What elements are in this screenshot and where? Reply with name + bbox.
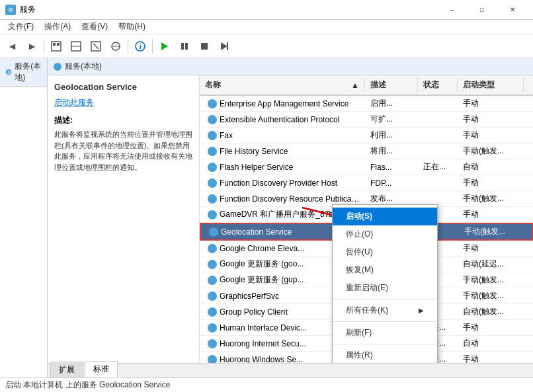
- svg-rect-1: [53, 43, 56, 46]
- td-desc: 利用...: [365, 128, 418, 143]
- info-button[interactable]: i: [131, 37, 149, 56]
- tab-expand[interactable]: 扩展: [50, 362, 83, 377]
- context-menu-item[interactable]: 暂停(U): [333, 243, 437, 261]
- th-desc[interactable]: 描述: [365, 77, 418, 93]
- stop-button[interactable]: [195, 37, 214, 56]
- td-status: [418, 149, 458, 153]
- tab-standard[interactable]: 标准: [85, 361, 118, 377]
- svg-point-19: [54, 63, 62, 71]
- menu-file[interactable]: 文件(F): [3, 20, 39, 34]
- toolbar-btn-3[interactable]: [87, 37, 105, 56]
- left-panel: ⚙ 服务(本地): [0, 58, 48, 377]
- app-icon: ⚙: [5, 5, 16, 15]
- th-name[interactable]: 名称 ▲: [200, 77, 365, 93]
- start-service-link[interactable]: 启动此服务: [54, 97, 192, 108]
- titlebar-left: ⚙ 服务: [5, 4, 36, 15]
- toolbar-btn-4[interactable]: [106, 37, 125, 56]
- service-icon: [208, 276, 217, 285]
- td-status: [418, 118, 458, 122]
- td-status: [418, 181, 458, 185]
- toolbar-sep-1: [44, 39, 44, 54]
- svg-rect-13: [185, 43, 188, 50]
- td-startup: 手动(触发...: [458, 272, 524, 288]
- table-row[interactable]: Function Discovery Provider HostFDP...手动: [200, 175, 533, 191]
- service-icon: [208, 323, 217, 333]
- th-startup[interactable]: 启动类型: [458, 77, 524, 93]
- desc-label: 描述:: [54, 115, 192, 126]
- table-row[interactable]: Enterprise App Management Service启用...手动: [200, 96, 533, 112]
- titlebar-controls: – □ ✕: [436, 0, 528, 20]
- context-menu-item[interactable]: 属性(R): [333, 346, 437, 363]
- td-desc: 可扩...: [365, 112, 418, 127]
- service-icon: [208, 339, 217, 348]
- table-row[interactable]: File History Service将用...手动(触发...: [200, 143, 533, 159]
- td-desc: 将用...: [365, 143, 418, 159]
- menubar: 文件(F) 操作(A) 查看(V) 帮助(H): [0, 20, 533, 34]
- back-button[interactable]: ◀: [3, 37, 21, 56]
- td-service-name: Extensible Authentication Protocol: [200, 113, 365, 126]
- svg-rect-2: [57, 43, 60, 46]
- close-button[interactable]: ✕: [497, 0, 528, 20]
- menu-view[interactable]: 查看(V): [76, 20, 113, 34]
- pause-button[interactable]: [175, 37, 194, 56]
- td-startup: 手动: [458, 320, 524, 335]
- detail-description: 此服务将监视系统的当前位置并管理地理围栏(具有关联事件的地理位置)。如果您禁用此…: [54, 129, 192, 173]
- right-panel-title: 服务(本地): [65, 61, 102, 72]
- toolbar-btn-2[interactable]: [67, 37, 85, 56]
- td-startup: 手动: [458, 241, 524, 256]
- context-menu-item[interactable]: 启动(S): [333, 208, 437, 225]
- forward-button[interactable]: ▶: [22, 37, 41, 56]
- context-menu-item[interactable]: 恢复(M): [333, 261, 437, 279]
- maximize-button[interactable]: □: [467, 0, 497, 20]
- td-service-name: Flash Helper Service: [200, 161, 365, 174]
- table-row[interactable]: Fax利用...手动: [200, 128, 533, 143]
- service-icon: [208, 244, 217, 253]
- service-icon: [208, 131, 217, 140]
- td-startup: 自动(延迟...: [458, 256, 524, 272]
- td-desc: FDP...: [365, 176, 418, 190]
- restart-button[interactable]: [215, 37, 233, 56]
- svg-rect-16: [227, 42, 228, 50]
- td-service-name: Function Discovery Provider Host: [200, 176, 365, 190]
- detail-panel: Geolocation Service 启动此服务 描述: 此服务将监视系统的当…: [48, 75, 200, 363]
- context-menu-item[interactable]: 重新启动(E): [333, 279, 437, 297]
- main-container: ⚙ 服务(本地) 服务(本地) Geolocation Service 启动此服…: [0, 58, 533, 377]
- td-startup: 手动(触发...: [458, 191, 524, 206]
- table-row[interactable]: Extensible Authentication Protocol可扩...手…: [200, 112, 533, 128]
- minimize-button[interactable]: –: [436, 0, 467, 20]
- td-status: 正在...: [418, 159, 458, 175]
- table-row[interactable]: Flash Helper ServiceFlas...正在...自动: [200, 159, 533, 175]
- svg-marker-15: [221, 42, 227, 50]
- service-icon: [208, 292, 217, 301]
- context-menu-item[interactable]: 刷新(F): [333, 324, 437, 342]
- td-startup: 手动: [458, 352, 524, 363]
- svg-line-6: [93, 44, 99, 49]
- menu-action[interactable]: 操作(A): [39, 20, 76, 34]
- td-startup: 手动(触发...: [459, 224, 525, 239]
- detail-service-title: Geolocation Service: [54, 82, 192, 92]
- status-text: 启动 本地计算机 上的服务 Geolocation Service: [5, 379, 170, 391]
- menu-help[interactable]: 帮助(H): [113, 20, 151, 34]
- service-icon: [209, 227, 218, 237]
- td-service-name: File History Service: [200, 145, 365, 158]
- td-startup: 手动(触发...: [458, 288, 524, 303]
- services-area: Geolocation Service 启动此服务 描述: 此服务将监视系统的当…: [48, 75, 533, 363]
- statusbar: 启动 本地计算机 上的服务 Geolocation Service: [0, 377, 533, 392]
- td-startup: 手动: [458, 112, 524, 127]
- service-icon: [208, 115, 217, 124]
- td-startup: 手动(触发...: [458, 143, 524, 159]
- context-menu-item[interactable]: 所有任务(K)▶: [333, 301, 437, 319]
- submenu-arrow-icon: ▶: [419, 307, 424, 314]
- toolbar: ◀ ▶ i: [0, 34, 533, 58]
- td-status: [418, 134, 458, 137]
- service-icon: [208, 99, 217, 108]
- svg-rect-14: [201, 43, 208, 50]
- bottom-tabs: 扩展 标准: [48, 363, 533, 377]
- start-button[interactable]: [155, 37, 174, 56]
- titlebar-title: 服务: [20, 4, 36, 15]
- right-panel-header: 服务(本地): [48, 58, 533, 75]
- td-desc: 启用...: [365, 96, 418, 111]
- context-menu-item[interactable]: 停止(O): [333, 225, 437, 243]
- th-status[interactable]: 状态: [418, 77, 458, 93]
- show-console-button[interactable]: [47, 37, 65, 56]
